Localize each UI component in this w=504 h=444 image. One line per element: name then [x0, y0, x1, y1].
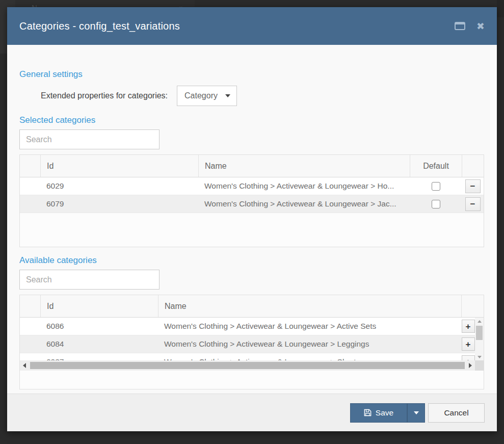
table-row[interactable]: 6079 Women's Clothing > Activewear & Lou… [20, 195, 484, 213]
header-cell-blank [20, 155, 40, 177]
remove-category-button[interactable]: − [465, 179, 481, 193]
save-button[interactable]: Save [350, 403, 407, 423]
header-cell-default: Default [410, 155, 462, 177]
dialog-titlebar: Categories - config_test_variations ✖ [7, 7, 497, 45]
scroll-down-arrow[interactable] [475, 353, 484, 360]
cell-id: 6086 [40, 318, 158, 335]
cell-name: Women's Clothing > Activewear & Loungewe… [158, 318, 461, 335]
header-cell-name: Name [198, 155, 410, 177]
general-settings-heading: General settings [19, 69, 484, 80]
header-cell-actions [461, 295, 484, 317]
available-rows: 6086 Women's Clothing > Activewear & Lou… [20, 318, 475, 360]
cell-name: Women's Clothing > Activewear & Loungewe… [158, 335, 461, 353]
maximize-button[interactable] [454, 21, 466, 31]
cell-id: 6087 [40, 353, 158, 360]
triangle-up-icon [478, 320, 482, 323]
default-checkbox[interactable] [432, 200, 440, 208]
cell-id: 6084 [40, 335, 158, 353]
cell-name: Women's Clothing > Activewear & Loungewe… [158, 353, 461, 360]
save-icon [364, 409, 372, 416]
available-table-header: Id Name [20, 295, 484, 318]
vertical-scrollbar[interactable] [475, 318, 484, 360]
remove-category-button[interactable]: − [465, 197, 481, 211]
extended-properties-dropdown[interactable]: Category [177, 86, 237, 106]
save-label: Save [376, 408, 393, 417]
dialog-title: Categories - config_test_variations [19, 20, 444, 32]
available-categories-heading: Available categories [19, 255, 484, 266]
close-button[interactable]: ✖ [475, 21, 486, 31]
save-split-button: Save [350, 403, 425, 423]
chevron-down-icon [414, 411, 419, 414]
scroll-left-arrow[interactable] [20, 360, 29, 371]
triangle-left-icon [23, 363, 26, 368]
header-cell-id: Id [40, 155, 198, 177]
dropdown-selected-value: Category [184, 91, 225, 100]
available-search-input[interactable] [19, 270, 160, 290]
cell-id: 6029 [40, 177, 198, 195]
triangle-down-icon [478, 356, 482, 358]
selected-table-header: Id Name Default [20, 155, 484, 177]
add-category-button[interactable]: + [462, 320, 475, 333]
extended-properties-label: Extended properties for categories: [41, 91, 168, 100]
table-row[interactable]: 6087 Women's Clothing > Activewear & Lou… [20, 353, 475, 360]
default-checkbox[interactable] [432, 182, 440, 191]
cell-name: Women's Clothing > Activewear & Loungewe… [198, 195, 410, 213]
save-dropdown-button[interactable] [407, 403, 425, 423]
clipped-table-row: 6087 Women's Clothing > Activewear & Lou… [20, 353, 475, 360]
table-row[interactable]: 6084 Women's Clothing > Activewear & Lou… [20, 335, 475, 353]
add-category-button[interactable]: + [462, 355, 475, 360]
selected-categories-table: Id Name Default 6029 Women's Clothing > … [19, 154, 484, 247]
table-row[interactable]: 6086 Women's Clothing > Activewear & Lou… [20, 318, 475, 335]
header-cell-actions [462, 155, 484, 177]
vertical-scroll-thumb[interactable] [476, 326, 483, 340]
horizontal-scroll-thumb[interactable] [30, 362, 465, 369]
categories-dialog: Categories - config_test_variations ✖ Ge… [7, 7, 497, 431]
cancel-button[interactable]: Cancel [428, 403, 485, 423]
table-row[interactable]: 6029 Women's Clothing > Activewear & Lou… [20, 177, 484, 195]
header-cell-blank [20, 295, 40, 317]
cell-id: 6079 [40, 195, 198, 213]
extended-properties-row: Extended properties for categories: Cate… [41, 86, 484, 106]
close-icon: ✖ [476, 22, 485, 30]
horizontal-scrollbar[interactable] [20, 360, 484, 371]
dialog-footer: Save Cancel [7, 394, 497, 431]
scrollbar-corner [475, 360, 484, 371]
selected-search-input[interactable] [19, 129, 160, 149]
add-category-button[interactable]: + [462, 337, 475, 351]
dialog-body: General settings Extended properties for… [7, 45, 497, 394]
header-cell-id: Id [40, 295, 158, 317]
scroll-up-arrow[interactable] [475, 318, 484, 325]
available-categories-table: Id Name 6086 Women's Clothing > Activewe… [19, 295, 484, 389]
chevron-down-icon [225, 94, 230, 97]
scroll-right-arrow[interactable] [466, 360, 475, 371]
selected-categories-heading: Selected categories [19, 115, 484, 125]
maximize-icon [455, 22, 465, 30]
cell-name: Women's Clothing > Activewear & Loungewe… [198, 177, 410, 195]
triangle-right-icon [469, 363, 472, 368]
header-cell-name: Name [158, 295, 461, 317]
background-underlay-corner [497, 0, 504, 17]
